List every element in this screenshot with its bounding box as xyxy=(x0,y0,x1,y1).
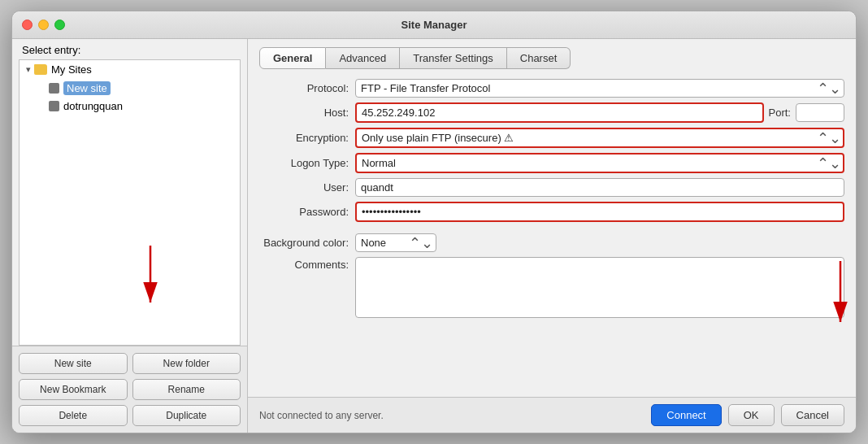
delete-button[interactable]: Delete xyxy=(19,405,128,426)
user-input[interactable] xyxy=(355,178,844,197)
site-manager-window: Site Manager Select entry: ▾ My Sites Ne… xyxy=(11,11,857,433)
port-input[interactable] xyxy=(796,103,844,122)
protocol-select[interactable]: FTP - File Transfer Protocol xyxy=(355,79,844,98)
encryption-control: Only use plain FTP (insecure) ⚠ ⌃⌄ xyxy=(355,128,844,148)
port-label: Port: xyxy=(769,107,791,119)
cancel-button[interactable]: Cancel xyxy=(781,404,844,426)
traffic-lights xyxy=(22,20,65,30)
bg-color-control: None ⌃⌄ xyxy=(355,233,844,252)
close-button[interactable] xyxy=(22,20,33,30)
password-label: Password: xyxy=(259,206,349,218)
bg-color-label: Background color: xyxy=(259,237,349,249)
right-panel: General Advanced Transfer Settings Chars… xyxy=(248,39,856,433)
host-input[interactable] xyxy=(355,102,764,123)
password-input[interactable] xyxy=(355,202,844,222)
encryption-row: Encryption: Only use plain FTP (insecure… xyxy=(259,128,844,148)
host-label: Host: xyxy=(259,107,349,119)
comments-textarea[interactable] xyxy=(355,257,844,318)
site-icon xyxy=(49,83,59,94)
titlebar: Site Manager xyxy=(12,11,856,39)
new-site-button[interactable]: New site xyxy=(19,353,128,374)
tabs-bar: General Advanced Transfer Settings Chars… xyxy=(259,47,844,69)
maximize-button[interactable] xyxy=(54,20,65,30)
window-title: Site Manager xyxy=(401,19,467,31)
logon-control: Normal ⌃⌄ xyxy=(355,153,844,173)
logon-row: Logon Type: Normal ⌃⌄ xyxy=(259,153,844,173)
protocol-label: Protocol: xyxy=(259,82,349,94)
tree-item-dotrungquan[interactable]: dotrungquan xyxy=(20,98,240,115)
password-row: Password: xyxy=(259,202,844,222)
tree-item-new-site[interactable]: New site xyxy=(20,79,240,98)
select-entry-label: Select entry: xyxy=(12,39,247,59)
logon-select[interactable]: Normal xyxy=(355,153,844,173)
comments-label: Comments: xyxy=(259,257,349,271)
password-control xyxy=(355,202,844,222)
logon-label: Logon Type: xyxy=(259,157,349,169)
tab-charset[interactable]: Charset xyxy=(507,47,571,69)
collapse-arrow: ▾ xyxy=(26,64,31,75)
encryption-select-wrapper: Only use plain FTP (insecure) ⚠ ⌃⌄ xyxy=(355,128,844,148)
user-control xyxy=(355,178,844,197)
left-panel: Select entry: ▾ My Sites New site dotrun… xyxy=(12,39,248,433)
form-area: Protocol: FTP - File Transfer Protocol ⌃… xyxy=(259,79,844,397)
bg-color-select-wrapper: None ⌃⌄ xyxy=(355,233,436,252)
bg-color-row: Background color: None ⌃⌄ xyxy=(259,233,844,252)
new-folder-button[interactable]: New folder xyxy=(132,353,241,374)
logon-select-wrapper: Normal ⌃⌄ xyxy=(355,153,844,173)
user-row: User: xyxy=(259,178,844,197)
encryption-label: Encryption: xyxy=(259,132,349,144)
tree-item-label-dotrungquan: dotrungquan xyxy=(63,100,123,112)
new-bookmark-button[interactable]: New Bookmark xyxy=(19,379,128,400)
connect-button[interactable]: Connect xyxy=(651,404,721,426)
folder-icon xyxy=(34,64,47,75)
tree-root-item[interactable]: ▾ My Sites xyxy=(20,60,240,79)
site-icon-2 xyxy=(49,101,59,111)
minimize-button[interactable] xyxy=(38,20,49,30)
bottom-bar: Not connected to any server. Connect OK … xyxy=(248,397,856,433)
host-control: Port: xyxy=(355,102,844,123)
protocol-control: FTP - File Transfer Protocol ⌃⌄ xyxy=(355,79,844,98)
tab-transfer-settings[interactable]: Transfer Settings xyxy=(400,47,507,69)
protocol-select-wrapper: FTP - File Transfer Protocol ⌃⌄ xyxy=(355,79,844,98)
protocol-row: Protocol: FTP - File Transfer Protocol ⌃… xyxy=(259,79,844,98)
ok-button[interactable]: OK xyxy=(728,404,775,426)
user-label: User: xyxy=(259,181,349,194)
comments-row: Comments: xyxy=(259,257,844,397)
bg-color-select[interactable]: None xyxy=(355,233,436,252)
tab-general[interactable]: General xyxy=(259,47,326,69)
host-row: Host: Port: xyxy=(259,102,844,123)
tab-advanced[interactable]: Advanced xyxy=(326,47,400,69)
site-buttons-area: New site New folder New Bookmark Rename … xyxy=(12,346,247,433)
site-tree[interactable]: ▾ My Sites New site dotrungquan xyxy=(19,59,241,346)
root-label: My Sites xyxy=(51,63,92,76)
rename-button[interactable]: Rename xyxy=(132,379,241,400)
tree-item-label-new-site: New site xyxy=(63,81,111,95)
comments-control xyxy=(355,257,844,318)
status-text: Not connected to any server. xyxy=(259,410,384,421)
duplicate-button[interactable]: Duplicate xyxy=(132,405,241,426)
encryption-select[interactable]: Only use plain FTP (insecure) ⚠ xyxy=(355,128,844,148)
